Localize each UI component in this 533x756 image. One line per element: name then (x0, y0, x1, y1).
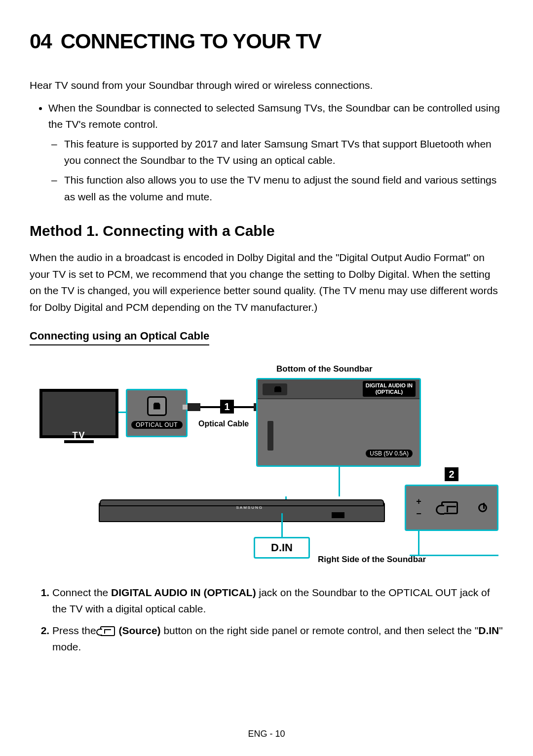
optical-jack-icon (147, 396, 167, 416)
intro-sub-item-1: This feature is supported by 2017 and la… (64, 136, 503, 169)
usb-slot-icon (267, 421, 273, 451)
step-1: Connect the DIGITAL AUDIO IN (OPTICAL) j… (52, 584, 503, 617)
optical-out-callout: OPTICAL OUT (126, 389, 188, 437)
intro-bullet-list: When the Soundbar is connected to select… (30, 100, 503, 205)
connector-line (118, 412, 126, 413)
volume-minus-icon: − (416, 509, 421, 519)
callout-line (339, 467, 340, 496)
intro-bullet-item: When the Soundbar is connected to select… (48, 100, 503, 205)
intro-sub-item-2: This function also allows you to use the… (64, 172, 503, 205)
step-tag-2: 2 (445, 467, 458, 481)
tv-icon: TV (39, 389, 118, 443)
digital-audio-in-jack-icon (263, 383, 287, 395)
soundbar-device-icon: SAMSUNG (99, 502, 385, 522)
step-1-bold: DIGITAL AUDIO IN (OPTICAL) (111, 587, 256, 598)
callout-line (418, 531, 419, 555)
din-indicator: D.IN (254, 537, 310, 559)
intro-sub-list: This feature is supported by 2017 and la… (48, 136, 503, 205)
step-2: Press the (Source) button on the right s… (52, 622, 503, 655)
connection-diagram: Bottom of the Soundbar TV OPTICAL OUT 1 … (30, 364, 503, 567)
method-heading: Method 1. Connecting with a Cable (30, 223, 503, 239)
usb-label: USB (5V 0.5A) (366, 450, 413, 457)
optical-cable-label: Optical Cable (198, 419, 249, 428)
cable-plug-left-icon (188, 403, 200, 411)
label-right-side-of-soundbar: Right Side of the Soundbar (318, 555, 426, 565)
step-tag-1: 1 (220, 400, 234, 414)
intro-paragraph: Hear TV sound from your Soundbar through… (30, 77, 503, 94)
digital-audio-in-label: DIGITAL AUDIO IN(OPTICAL) (363, 381, 416, 397)
optical-cable: 1 (188, 403, 266, 412)
volume-buttons: + − (416, 496, 421, 519)
source-icon (100, 626, 115, 636)
optical-out-label: OPTICAL OUT (131, 421, 183, 429)
step-2-din-bold: D.IN (478, 625, 499, 636)
source-button-icon (441, 501, 458, 514)
method-body: When the audio in a broadcast is encoded… (30, 249, 503, 315)
tv-label: TV (39, 430, 118, 441)
subsection-heading: Connecting using an Optical Cable (30, 330, 209, 345)
volume-plus-icon: + (416, 496, 421, 507)
page-footer: ENG - 10 (0, 729, 533, 739)
steps-list: Connect the DIGITAL AUDIO IN (OPTICAL) j… (30, 584, 503, 655)
chapter-title: CONNECTING TO YOUR TV (61, 30, 321, 53)
soundbar-bottom-panel: DIGITAL AUDIO IN(OPTICAL) USB (5V 0.5A) (256, 378, 421, 467)
step-2-source-bold: (Source) (118, 625, 160, 636)
intro-bullet-text: When the Soundbar is connected to select… (48, 102, 500, 130)
power-button-icon (478, 503, 487, 512)
callout-line (281, 513, 283, 537)
soundbar-right-side-panel: 2 + − (405, 485, 498, 531)
chapter-heading: 04CONNECTING TO YOUR TV (30, 30, 503, 53)
label-bottom-of-soundbar: Bottom of the Soundbar (276, 364, 373, 374)
chapter-number: 04 (30, 30, 52, 53)
